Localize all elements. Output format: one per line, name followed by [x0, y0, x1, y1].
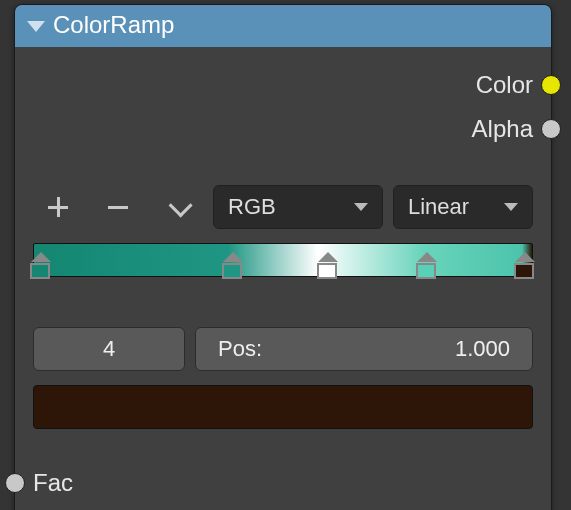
stop-swatch	[30, 263, 50, 279]
stop-swatch	[317, 263, 337, 279]
node-title: ColorRamp	[53, 11, 174, 39]
input-label: Fac	[33, 469, 73, 497]
active-index-value: 4	[103, 336, 115, 362]
stop-swatch	[514, 263, 534, 279]
gradient-stop-marker[interactable]	[30, 252, 52, 279]
chevron-down-icon	[504, 203, 518, 211]
add-stop-button[interactable]	[33, 186, 83, 228]
interpolation-dropdown[interactable]: Linear	[393, 185, 533, 229]
outputs-section: Color Alpha	[15, 47, 551, 157]
stop-swatch	[416, 263, 436, 279]
input-fac: Fac	[33, 463, 533, 503]
active-color-swatch[interactable]	[33, 385, 533, 429]
stop-handle-icon	[31, 252, 51, 262]
chevron-down-icon	[168, 193, 192, 217]
color-socket-icon[interactable]	[541, 75, 561, 95]
gradient-stop-marker[interactable]	[514, 252, 536, 279]
stop-handle-icon	[223, 252, 243, 262]
stop-swatch	[222, 263, 242, 279]
position-label: Pos:	[218, 336, 262, 362]
stop-handle-icon	[417, 252, 437, 262]
stop-handle-icon	[318, 252, 338, 262]
collapse-icon[interactable]	[27, 21, 45, 32]
output-label: Alpha	[472, 115, 533, 143]
color-mode-dropdown[interactable]: RGB	[213, 185, 383, 229]
plus-icon	[48, 197, 68, 217]
alpha-socket-icon[interactable]	[541, 119, 561, 139]
output-color: Color	[33, 63, 533, 107]
position-field[interactable]: Pos: 1.000	[195, 327, 533, 371]
position-value: 1.000	[455, 336, 510, 362]
fac-socket-icon[interactable]	[5, 473, 25, 493]
output-label: Color	[476, 71, 533, 99]
interpolation-value: Linear	[408, 194, 469, 220]
gradient-stop-marker[interactable]	[222, 252, 244, 279]
gradient-bar[interactable]	[33, 243, 533, 277]
node-header[interactable]: ColorRamp	[15, 5, 551, 47]
gradient-editor[interactable]	[33, 243, 533, 299]
ramp-toolbar: RGB Linear	[33, 185, 533, 229]
tools-menu-button[interactable]	[153, 186, 203, 228]
remove-stop-button[interactable]	[93, 186, 143, 228]
minus-icon	[108, 206, 128, 209]
gradient-stop-marker[interactable]	[317, 252, 339, 279]
colorramp-node: ColorRamp Color Alpha RGB	[14, 4, 552, 510]
stop-handle-icon	[515, 252, 535, 262]
controls-section: RGB Linear 4 Pos: 1.000	[15, 185, 551, 447]
active-index-field[interactable]: 4	[33, 327, 185, 371]
color-mode-value: RGB	[228, 194, 276, 220]
gradient-stop-marker[interactable]	[416, 252, 438, 279]
output-alpha: Alpha	[33, 107, 533, 151]
chevron-down-icon	[354, 203, 368, 211]
stop-fields-row: 4 Pos: 1.000	[33, 327, 533, 371]
inputs-section: Fac	[15, 447, 551, 510]
